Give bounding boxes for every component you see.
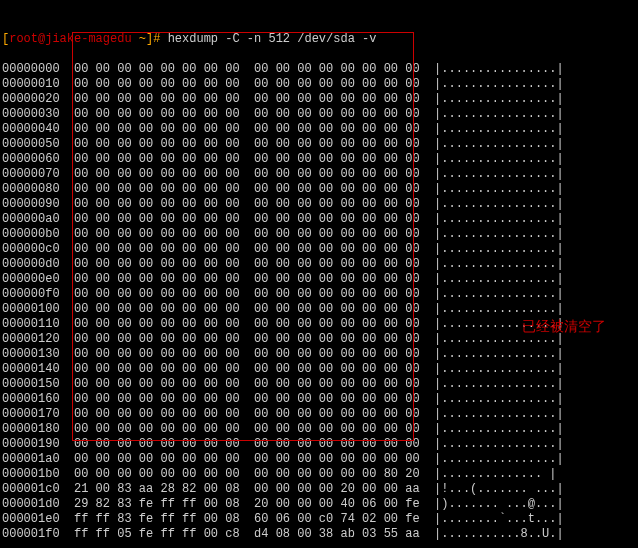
hex-bytes: 00 00 00 00 00 00 00 00 00 00 00 00 00 0… (74, 437, 420, 451)
hexdump-row: 00000060 00 00 00 00 00 00 00 00 00 00 0… (2, 152, 638, 167)
ascii-column: |................| (434, 212, 564, 226)
hex-bytes: 00 00 00 00 00 00 00 00 00 00 00 00 00 0… (74, 227, 420, 241)
ascii-column: |................| (434, 287, 564, 301)
hexdump-row: 00000040 00 00 00 00 00 00 00 00 00 00 0… (2, 122, 638, 137)
offset: 00000060 (2, 152, 60, 167)
hexdump-row: 000001e0 ff ff 83 fe ff ff 00 08 60 06 0… (2, 512, 638, 527)
hexdump-row: 00000020 00 00 00 00 00 00 00 00 00 00 0… (2, 92, 638, 107)
hexdump-row: 00000070 00 00 00 00 00 00 00 00 00 00 0… (2, 167, 638, 182)
ascii-column: |................| (434, 242, 564, 256)
prompt-symbol: # (153, 32, 160, 46)
ascii-column: |................| (434, 422, 564, 436)
offset: 00000040 (2, 122, 60, 137)
hexdump-row: 00000100 00 00 00 00 00 00 00 00 00 00 0… (2, 302, 638, 317)
hex-bytes: 00 00 00 00 00 00 00 00 00 00 00 00 00 0… (74, 107, 420, 121)
offset: 00000160 (2, 392, 60, 407)
hexdump-row: 00000050 00 00 00 00 00 00 00 00 00 00 0… (2, 137, 638, 152)
hexdump-row: 00000180 00 00 00 00 00 00 00 00 00 00 0… (2, 422, 638, 437)
hex-bytes: 00 00 00 00 00 00 00 00 00 00 00 00 00 0… (74, 347, 420, 361)
hexdump-row: 00000190 00 00 00 00 00 00 00 00 00 00 0… (2, 437, 638, 452)
offset: 00000110 (2, 317, 60, 332)
ascii-column: |................| (434, 77, 564, 91)
hex-bytes: 00 00 00 00 00 00 00 00 00 00 00 00 00 0… (74, 332, 420, 346)
hexdump-row: 00000010 00 00 00 00 00 00 00 00 00 00 0… (2, 77, 638, 92)
hexdump-row: 00000130 00 00 00 00 00 00 00 00 00 00 0… (2, 347, 638, 362)
ascii-column: |................| (434, 302, 564, 316)
hex-bytes: 00 00 00 00 00 00 00 00 00 00 00 00 00 0… (74, 467, 420, 481)
hex-bytes: 00 00 00 00 00 00 00 00 00 00 00 00 00 0… (74, 302, 420, 316)
hexdump-row: 000001f0 ff ff 05 fe ff ff 00 c8 d4 08 0… (2, 527, 638, 542)
offset: 000000c0 (2, 242, 60, 257)
ascii-column: |................| (434, 347, 564, 361)
hex-bytes: 00 00 00 00 00 00 00 00 00 00 00 00 00 0… (74, 242, 420, 256)
offset: 000001f0 (2, 527, 60, 542)
hex-bytes: ff ff 83 fe ff ff 00 08 60 06 00 c0 74 0… (74, 512, 420, 526)
offset: 00000030 (2, 107, 60, 122)
ascii-column: |................| (434, 182, 564, 196)
offset: 000001b0 (2, 467, 60, 482)
offset: 00000130 (2, 347, 60, 362)
hex-bytes: 00 00 00 00 00 00 00 00 00 00 00 00 00 0… (74, 272, 420, 286)
prompt-cwd: ~ (139, 32, 146, 46)
hex-bytes: 00 00 00 00 00 00 00 00 00 00 00 00 00 0… (74, 287, 420, 301)
ascii-column: |................| (434, 92, 564, 106)
ascii-column: |................| (434, 62, 564, 76)
hexdump-row: 00000090 00 00 00 00 00 00 00 00 00 00 0… (2, 197, 638, 212)
hexdump-row: 00000150 00 00 00 00 00 00 00 00 00 00 0… (2, 377, 638, 392)
ascii-column: |................| (434, 317, 564, 331)
offset: 00000090 (2, 197, 60, 212)
hex-bytes: 00 00 00 00 00 00 00 00 00 00 00 00 00 0… (74, 167, 420, 181)
offset: 00000150 (2, 377, 60, 392)
hexdump-row: 00000110 00 00 00 00 00 00 00 00 00 00 0… (2, 317, 638, 332)
ascii-column: |!...(....... ...| (434, 482, 564, 496)
hexdump-row: 000001a0 00 00 00 00 00 00 00 00 00 00 0… (2, 452, 638, 467)
hex-bytes: ff ff 05 fe ff ff 00 c8 d4 08 00 38 ab 0… (74, 527, 420, 541)
offset: 000001a0 (2, 452, 60, 467)
ascii-column: |................| (434, 392, 564, 406)
ascii-column: |................| (434, 452, 564, 466)
offset: 00000120 (2, 332, 60, 347)
ascii-column: |................| (434, 122, 564, 136)
offset: 000001e0 (2, 512, 60, 527)
hex-bytes: 29 82 83 fe ff ff 00 08 20 00 00 00 40 0… (74, 497, 420, 511)
offset: 00000000 (2, 62, 60, 77)
hex-bytes: 00 00 00 00 00 00 00 00 00 00 00 00 00 0… (74, 452, 420, 466)
prompt-line[interactable]: [root@jiake-magedu ~]# hexdump -C -n 512… (2, 32, 638, 47)
ascii-column: |)....... ...@...| (434, 497, 564, 511)
hexdump-row: 000000c0 00 00 00 00 00 00 00 00 00 00 0… (2, 242, 638, 257)
hexdump-row: 000000e0 00 00 00 00 00 00 00 00 00 00 0… (2, 272, 638, 287)
ascii-column: |................| (434, 152, 564, 166)
ascii-column: |................| (434, 407, 564, 421)
hex-bytes: 00 00 00 00 00 00 00 00 00 00 00 00 00 0… (74, 362, 420, 376)
offset: 000000d0 (2, 257, 60, 272)
offset: 000000a0 (2, 212, 60, 227)
hex-bytes: 00 00 00 00 00 00 00 00 00 00 00 00 00 0… (74, 182, 420, 196)
hexdump-row: 000000a0 00 00 00 00 00 00 00 00 00 00 0… (2, 212, 638, 227)
hexdump-row: 000000b0 00 00 00 00 00 00 00 00 00 00 0… (2, 227, 638, 242)
hexdump-row: 00000170 00 00 00 00 00 00 00 00 00 00 0… (2, 407, 638, 422)
hex-bytes: 00 00 00 00 00 00 00 00 00 00 00 00 00 0… (74, 152, 420, 166)
ascii-column: |................| (434, 257, 564, 271)
hexdump-row: 00000030 00 00 00 00 00 00 00 00 00 00 0… (2, 107, 638, 122)
hexdump-row: 000000d0 00 00 00 00 00 00 00 00 00 00 0… (2, 257, 638, 272)
hexdump-body: 00000000 00 00 00 00 00 00 00 00 00 00 0… (2, 62, 638, 542)
hex-bytes: 00 00 00 00 00 00 00 00 00 00 00 00 00 0… (74, 257, 420, 271)
offset: 00000070 (2, 167, 60, 182)
hexdump-row: 000001b0 00 00 00 00 00 00 00 00 00 00 0… (2, 467, 638, 482)
offset: 00000050 (2, 137, 60, 152)
offset: 000001d0 (2, 497, 60, 512)
hex-bytes: 00 00 00 00 00 00 00 00 00 00 00 00 00 0… (74, 92, 420, 106)
ascii-column: |................| (434, 272, 564, 286)
hex-bytes: 00 00 00 00 00 00 00 00 00 00 00 00 00 0… (74, 62, 420, 76)
terminal-output: [root@jiake-magedu ~]# hexdump -C -n 512… (2, 17, 638, 548)
offset: 00000100 (2, 302, 60, 317)
hex-bytes: 00 00 00 00 00 00 00 00 00 00 00 00 00 0… (74, 122, 420, 136)
offset: 000001c0 (2, 482, 60, 497)
hexdump-row: 000001c0 21 00 83 aa 28 82 00 08 00 00 0… (2, 482, 638, 497)
hex-bytes: 00 00 00 00 00 00 00 00 00 00 00 00 00 0… (74, 407, 420, 421)
ascii-column: |................| (434, 137, 564, 151)
offset: 000000f0 (2, 287, 60, 302)
hexdump-row: 000000f0 00 00 00 00 00 00 00 00 00 00 0… (2, 287, 638, 302)
ascii-column: |................| (434, 107, 564, 121)
ascii-column: |................| (434, 377, 564, 391)
